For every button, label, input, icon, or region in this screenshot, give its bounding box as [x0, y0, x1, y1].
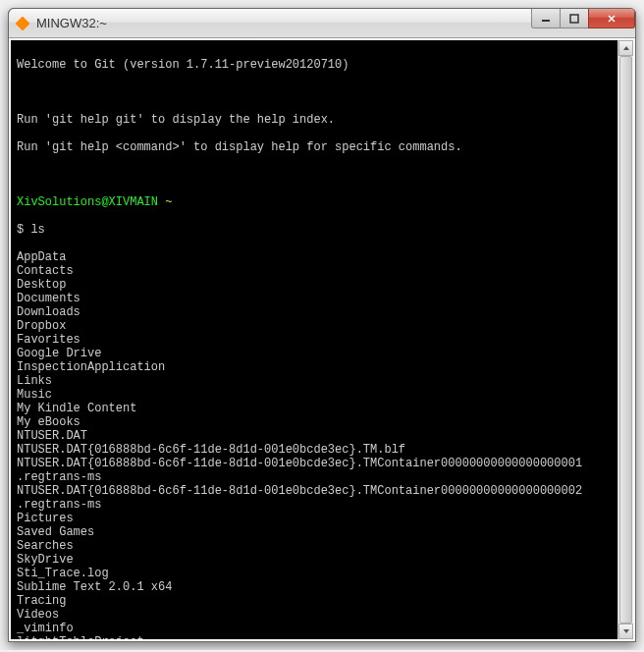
ls-item: Sublime Text 2.0.1 x64: [17, 580, 627, 594]
ls-item: Documents: [17, 292, 627, 305]
ls-item: Contacts: [17, 264, 627, 278]
maximize-button[interactable]: [560, 9, 589, 28]
minimize-button[interactable]: [531, 9, 561, 28]
ls-item: AppData: [17, 250, 627, 264]
ls-item: Searches: [17, 539, 627, 553]
ls-item: Desktop: [17, 278, 627, 292]
ls-item: Music: [17, 388, 627, 402]
prompt-path: ~: [158, 195, 172, 209]
blank-line: [17, 85, 627, 99]
ls-item: Sti_Trace.log: [17, 567, 627, 580]
ls-item: InspectionApplication: [17, 360, 627, 374]
ls-item: Dropbox: [17, 319, 627, 333]
window-title: MINGW32:~: [36, 16, 107, 30]
ls-item: NTUSER.DAT: [17, 429, 627, 443]
svg-rect-2: [570, 15, 578, 23]
ls-item: Pictures: [17, 512, 627, 525]
ls-item: Downloads: [17, 305, 627, 319]
titlebar[interactable]: MINGW32:~: [9, 9, 635, 38]
ls-item: My eBooks: [17, 415, 627, 429]
scroll-up-button[interactable]: [618, 40, 633, 56]
welcome-line: Welcome to Git (version 1.7.11-preview20…: [17, 58, 627, 72]
help-line-1: Run 'git help git' to display the help i…: [17, 113, 627, 127]
prompt-line: XivSolutions@XIVMAIN ~: [17, 195, 627, 209]
close-button[interactable]: [588, 9, 635, 28]
ls-item: litghtTableProject: [17, 635, 627, 639]
ls-item: NTUSER.DAT{016888bd-6c6f-11de-8d1d-001e0…: [17, 457, 627, 470]
ls-item: NTUSER.DAT{016888bd-6c6f-11de-8d1d-001e0…: [17, 443, 627, 457]
window-controls: [532, 9, 635, 28]
ls-item: SkyDrive: [17, 553, 627, 567]
app-icon: [15, 16, 30, 31]
ls-item: Saved Games: [17, 525, 627, 539]
ls-item: Links: [17, 374, 627, 388]
svg-rect-0: [16, 17, 29, 30]
blank-line: [17, 168, 627, 182]
terminal-content: Welcome to Git (version 1.7.11-preview20…: [17, 44, 627, 639]
ls-item: Google Drive: [17, 347, 627, 360]
ls-item: My Kindle Content: [17, 402, 627, 415]
ls-item: Favorites: [17, 333, 627, 347]
ls-item: .regtrans-ms: [17, 498, 627, 512]
help-line-2: Run 'git help <command>' to display help…: [17, 140, 627, 154]
scroll-down-button[interactable]: [618, 624, 633, 639]
prompt-user: XivSolutions@XIVMAIN: [17, 195, 158, 209]
terminal-window: MINGW32:~ Welcome to Git (version 1.7.11…: [8, 8, 636, 642]
terminal-wrapper: Welcome to Git (version 1.7.11-preview20…: [9, 38, 635, 641]
ls-output: AppDataContactsDesktopDocumentsDownloads…: [17, 250, 627, 639]
ls-item: Videos: [17, 608, 627, 622]
svg-rect-1: [542, 20, 550, 22]
ls-item: .regtrans-ms: [17, 470, 627, 484]
terminal[interactable]: Welcome to Git (version 1.7.11-preview20…: [11, 40, 633, 639]
scroll-thumb[interactable]: [619, 56, 632, 624]
ls-item: NTUSER.DAT{016888bd-6c6f-11de-8d1d-001e0…: [17, 484, 627, 498]
scrollbar[interactable]: [617, 40, 633, 639]
ls-item: Tracing: [17, 594, 627, 608]
ls-item: _viminfo: [17, 622, 627, 635]
command-line: $ ls: [17, 223, 627, 237]
